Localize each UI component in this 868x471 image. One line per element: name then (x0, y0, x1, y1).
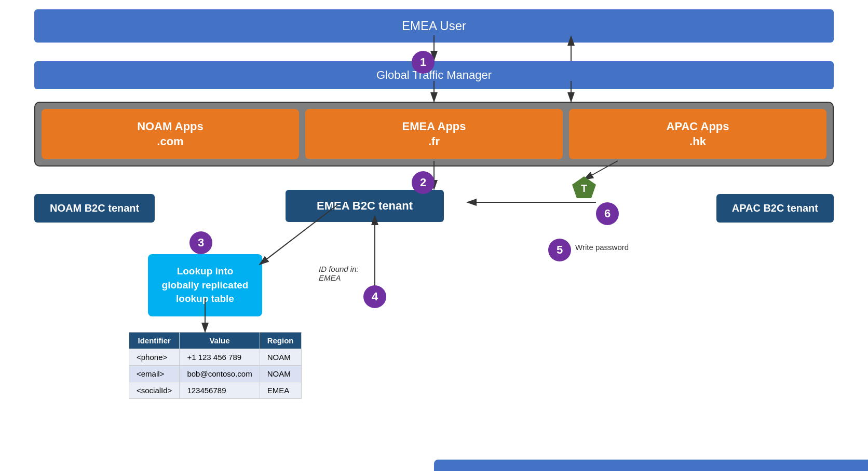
noam-app-line2: .com (157, 134, 183, 149)
emea-app-box: EMEA Apps .fr (305, 109, 563, 159)
apac-b2c-tenant: APAC B2C tenant (716, 194, 834, 223)
badge-5: 5 (548, 239, 571, 261)
table-row: <email> bob@contoso.com NOAM (129, 366, 302, 382)
badge-6: 6 (596, 202, 619, 225)
id-found-label: ID found in: EMEA (319, 265, 359, 282)
noam-app-box: NOAM Apps .com (42, 109, 299, 159)
apac-app-line1: APAC Apps (667, 119, 729, 134)
table-row: <phone> +1 123 456 789 NOAM (129, 349, 302, 366)
emea-app-line2: .fr (428, 134, 440, 149)
noam-tenant-label: NOAM B2C tenant (50, 202, 139, 214)
col-value: Value (180, 333, 260, 349)
emea-tenant-label: EMEA B2C tenant (317, 199, 413, 212)
apac-app-box: APAC Apps .hk (569, 109, 826, 159)
badge-2: 2 (412, 171, 435, 194)
geo-bar: Geo distributed lookup table/CRM (434, 460, 868, 471)
badge-3: 3 (189, 231, 212, 254)
emea-user-label: EMEA User (402, 19, 466, 33)
col-identifier: Identifier (129, 333, 180, 349)
emea-app-line1: EMEA Apps (402, 119, 466, 134)
pentagon-icon: T (571, 175, 597, 203)
emea-user-bar: EMEA User (34, 9, 834, 43)
col-region: Region (260, 333, 301, 349)
apac-app-line2: .hk (689, 134, 706, 149)
write-password-label: Write password (575, 243, 629, 252)
lookup-box-label: Lookup into globally replicated lookup t… (162, 266, 249, 304)
noam-app-line1: NOAM Apps (137, 119, 204, 134)
lookup-table: Identifier Value Region <phone> +1 123 4… (129, 332, 302, 399)
badge-1: 1 (412, 51, 435, 74)
table-row: <socialId> 123456789 EMEA (129, 382, 302, 399)
lookup-box: Lookup into globally replicated lookup t… (148, 254, 262, 316)
apac-tenant-label: APAC B2C tenant (732, 202, 818, 214)
noam-b2c-tenant: NOAM B2C tenant (34, 194, 155, 223)
diagram-container: EMEA User 1 Global Traffic Manager NOAM … (0, 0, 868, 471)
badge-4: 4 (363, 285, 386, 308)
gtm-label: Global Traffic Manager (376, 68, 492, 81)
apps-container: NOAM Apps .com EMEA Apps .fr APAC Apps .… (34, 102, 834, 167)
svg-text:T: T (581, 183, 587, 194)
emea-b2c-tenant: EMEA B2C tenant (286, 190, 444, 222)
